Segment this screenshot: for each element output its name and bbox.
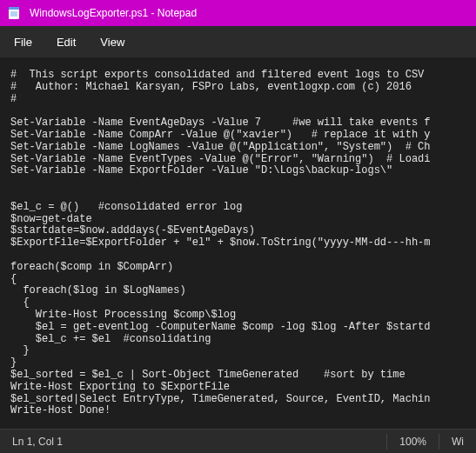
window-title: WindowsLogExporter.ps1 - Notepad [30,7,197,19]
titlebar[interactable]: WindowsLogExporter.ps1 - Notepad [0,0,476,26]
status-lineending: Wi [439,436,476,448]
status-zoom: 100% [387,436,439,448]
menu-file[interactable]: File [14,36,32,49]
status-position: Ln 1, Col 1 [0,436,75,448]
statusbar: Ln 1, Col 1 100% Wi [0,429,476,453]
menu-view[interactable]: View [100,36,124,49]
menu-edit[interactable]: Edit [57,36,76,49]
svg-rect-1 [9,7,19,10]
notepad-icon [7,6,21,20]
menubar: File Edit View [0,26,476,57]
editor-area[interactable]: # This script exports consolidated and f… [0,57,476,429]
